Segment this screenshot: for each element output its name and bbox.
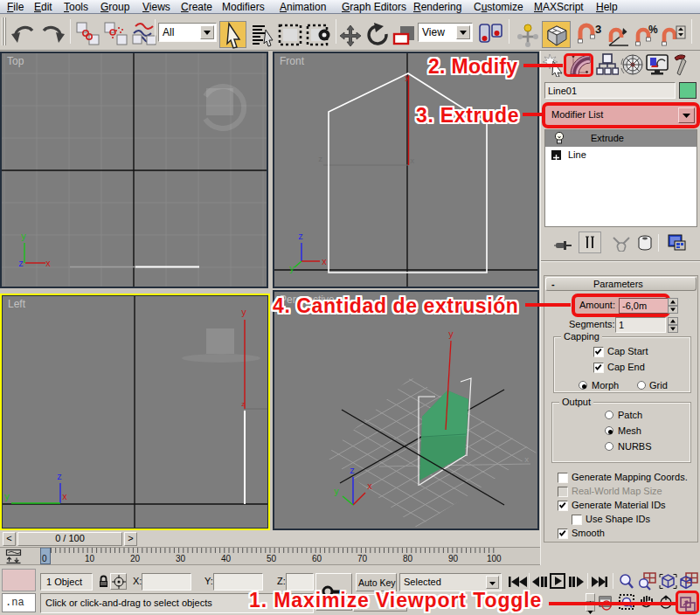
svg-text:0: 0: [42, 554, 47, 563]
svg-text:y: y: [289, 265, 295, 274]
svg-text:z: z: [318, 155, 322, 164]
svg-text:80: 80: [403, 554, 413, 563]
svg-text:40: 40: [221, 554, 232, 563]
svg-text:x: x: [410, 157, 414, 166]
svg-text:90: 90: [448, 554, 459, 563]
svg-text:x: x: [62, 493, 67, 502]
svg-text:3: 3: [595, 23, 601, 36]
svg-text:z: z: [298, 232, 303, 242]
svg-text:30: 30: [176, 554, 186, 563]
svg-text:y: y: [4, 493, 10, 502]
svg-text:y: y: [241, 308, 246, 318]
svg-text:x: x: [322, 258, 327, 267]
svg-text:100: 100: [487, 554, 502, 563]
svg-text:x: x: [45, 259, 51, 269]
svg-text:10: 10: [85, 554, 95, 563]
svg-text:z: z: [18, 259, 24, 269]
svg-text:50: 50: [267, 554, 277, 563]
svg-text:z: z: [241, 400, 246, 408]
svg-text:y: y: [448, 330, 454, 340]
svg-text:%: %: [648, 24, 658, 36]
svg-text:z: z: [350, 466, 355, 476]
svg-text:y: y: [334, 487, 339, 497]
svg-text:x: x: [367, 482, 372, 492]
svg-text:z: z: [57, 473, 62, 482]
svg-text:y: y: [21, 232, 26, 242]
svg-text:x: x: [524, 456, 529, 465]
svg-text:20: 20: [130, 554, 141, 563]
svg-text:60: 60: [312, 554, 322, 563]
svg-text:70: 70: [357, 554, 368, 563]
